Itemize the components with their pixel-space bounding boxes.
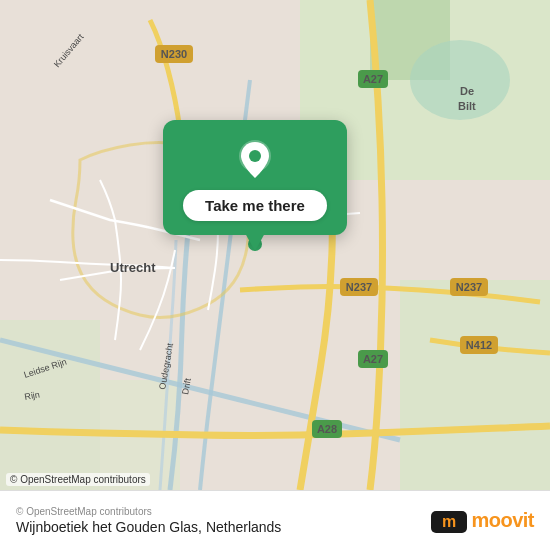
svg-text:N230: N230 (161, 48, 187, 60)
footer-location-title: Wijnboetiek het Gouden Glas, Netherlands (16, 519, 281, 535)
svg-text:N237: N237 (346, 281, 372, 293)
svg-text:Bilt: Bilt (458, 100, 476, 112)
footer-attribution: © OpenStreetMap contributors (16, 506, 281, 517)
svg-text:A27: A27 (363, 353, 383, 365)
svg-text:De: De (460, 85, 474, 97)
map-view: A27 A27 A28 N230 N237 N237 N412 Utrecht … (0, 0, 550, 490)
moovit-logo: m moovit (431, 506, 534, 536)
svg-text:N237: N237 (456, 281, 482, 293)
svg-rect-4 (400, 280, 550, 490)
svg-text:A28: A28 (317, 423, 337, 435)
svg-text:N412: N412 (466, 339, 492, 351)
take-me-there-button[interactable]: Take me there (183, 190, 327, 221)
moovit-logo-icon: m (431, 506, 467, 536)
svg-text:Utrecht: Utrecht (110, 260, 156, 275)
map-attribution: © OpenStreetMap contributors (6, 473, 150, 486)
footer-info: © OpenStreetMap contributors Wijnboetiek… (16, 506, 281, 535)
svg-text:A27: A27 (363, 73, 383, 85)
moovit-wordmark: moovit (471, 509, 534, 532)
footer-bar: © OpenStreetMap contributors Wijnboetiek… (0, 490, 550, 550)
svg-text:m: m (442, 513, 456, 530)
